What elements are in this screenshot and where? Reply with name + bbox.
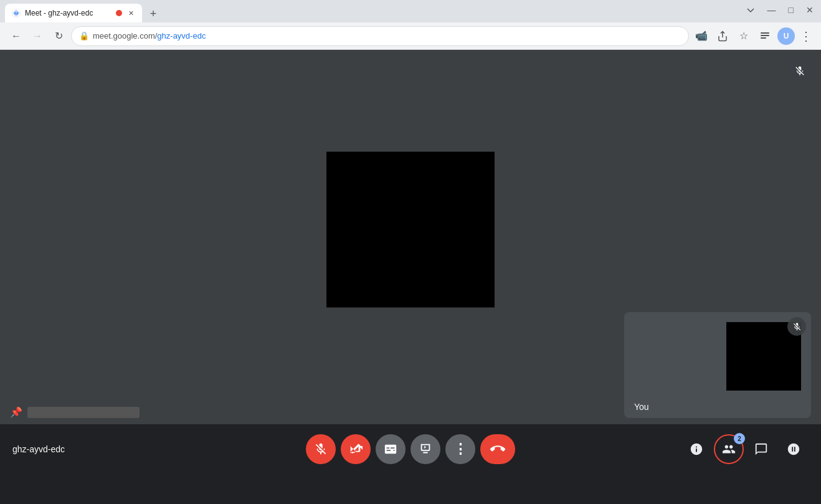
toolbar-right-controls: 2 <box>681 434 809 464</box>
present-icon <box>419 442 432 456</box>
tab-bar: M Meet - ghz-ayvd-edc ✕ + <box>0 0 821 22</box>
bookmark-icon[interactable]: ☆ <box>735 27 752 45</box>
chat-icon <box>754 442 768 456</box>
camera-button[interactable] <box>341 434 371 464</box>
mic-muted-icon <box>314 442 328 456</box>
new-tab-button[interactable]: + <box>145 5 162 22</box>
tab-record-dot <box>116 10 122 16</box>
url-bar[interactable]: 🔒 meet.google.com/ghz-ayvd-edc <box>71 26 689 46</box>
reload-button[interactable]: ↻ <box>50 27 67 45</box>
end-call-icon <box>490 442 505 457</box>
meeting-code-display: ghz-ayvd-edc <box>12 444 65 455</box>
mute-button[interactable] <box>306 434 336 464</box>
url-display: meet.google.com/ghz-ayvd-edc <box>93 31 206 40</box>
tab-close-button[interactable]: ✕ <box>126 8 136 18</box>
info-icon <box>690 442 703 456</box>
camera-icon[interactable]: 📹 <box>693 27 710 45</box>
self-video-thumbnail[interactable]: You <box>624 312 811 418</box>
address-bar: ← → ↻ 🔒 meet.google.com/ghz-ayvd-edc 📹 ☆… <box>0 22 821 50</box>
pin-icon: 📌 <box>10 406 22 418</box>
activities-button[interactable] <box>779 434 809 464</box>
people-icon <box>722 442 736 456</box>
maximize-button[interactable]: □ <box>789 5 794 15</box>
participant-count-badge: 2 <box>734 433 745 444</box>
back-button[interactable]: ← <box>7 27 25 45</box>
self-mic-off-icon <box>792 322 802 331</box>
more-options-button[interactable]: ⋮ <box>445 434 475 464</box>
svg-text:M: M <box>14 11 19 16</box>
info-button[interactable] <box>681 434 711 464</box>
bottom-toolbar: ghz-ayvd-edc <box>0 424 821 474</box>
more-dots-icon: ⋮ <box>453 441 467 457</box>
svg-rect-3 <box>761 35 769 36</box>
close-button[interactable]: ✕ <box>806 5 814 15</box>
participant-name-redacted <box>27 407 140 418</box>
reader-mode-icon[interactable] <box>756 27 774 45</box>
browser-chrome: M Meet - ghz-ayvd-edc ✕ + — □ ✕ ← → ↻ 🔒 … <box>0 0 821 50</box>
menu-icon[interactable]: ⋮ <box>799 29 814 44</box>
window-controls: — □ ✕ <box>746 5 814 15</box>
self-label: You <box>634 402 649 412</box>
profile-avatar[interactable]: U <box>777 27 795 45</box>
active-tab[interactable]: M Meet - ghz-ayvd-edc ✕ <box>5 4 142 22</box>
present-button[interactable] <box>410 434 440 464</box>
camera-off-icon <box>349 442 363 456</box>
svg-rect-4 <box>761 37 766 39</box>
activities-icon <box>787 442 800 456</box>
mic-off-icon <box>794 65 805 77</box>
main-video-feed <box>326 151 495 307</box>
captions-icon <box>384 442 397 456</box>
participant-name-bar: 📌 <box>10 406 140 418</box>
forward-button[interactable]: → <box>29 27 46 45</box>
share-icon[interactable] <box>714 27 731 45</box>
svg-rect-2 <box>761 32 769 34</box>
chevron-down-icon <box>746 6 755 14</box>
self-mute-badge <box>787 317 806 336</box>
lock-icon: 🔒 <box>79 31 89 40</box>
main-mute-indicator <box>789 60 811 82</box>
minimize-button[interactable]: — <box>767 5 776 15</box>
meet-content: 📌 You ghz-ayvd-edc <box>0 50 821 474</box>
title-bar: M Meet - ghz-ayvd-edc ✕ + — □ ✕ <box>0 0 821 22</box>
end-call-button[interactable] <box>480 434 515 464</box>
tab-favicon-icon: M <box>11 8 21 18</box>
people-button[interactable]: 2 <box>714 434 744 464</box>
toolbar-center-controls: ⋮ <box>306 434 515 464</box>
captions-button[interactable] <box>376 434 406 464</box>
tab-title: Meet - ghz-ayvd-edc <box>25 9 112 17</box>
meeting-code-text: ghz-ayvd-edc <box>12 444 65 454</box>
chat-button[interactable] <box>746 434 776 464</box>
